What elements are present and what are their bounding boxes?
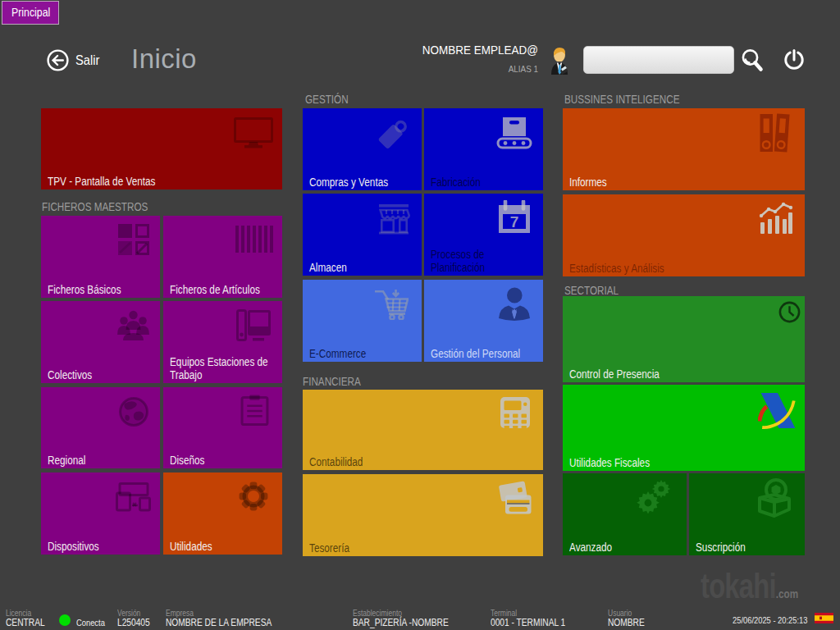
svg-text:7: 7 [510, 213, 519, 231]
